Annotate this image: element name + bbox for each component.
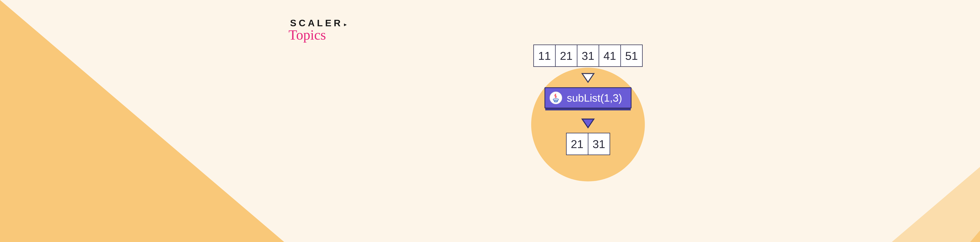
svg-point-3 [554, 101, 557, 102]
input-cell-2: 31 [577, 45, 599, 67]
java-icon [550, 92, 562, 104]
input-cell-0: 11 [533, 45, 556, 67]
svg-marker-0 [582, 73, 594, 82]
brand-line2: Topics [288, 27, 343, 43]
decor-triangle-left [0, 0, 284, 242]
svg-marker-4 [582, 119, 594, 128]
input-cell-3: 41 [598, 45, 621, 67]
input-array: 11 21 31 41 51 [533, 45, 643, 67]
brand-arrow-icon: ▸ [344, 21, 347, 28]
input-cell-4: 51 [620, 45, 643, 67]
arrow-down-filled-icon [581, 118, 595, 129]
output-array: 21 31 [566, 133, 610, 155]
arrow-down-outline-icon [581, 72, 595, 83]
output-cell-1: 31 [588, 133, 610, 155]
decor-triangle-right-dark [970, 0, 980, 242]
brand-logo: SCALER ▸ Topics [290, 18, 343, 43]
sublist-diagram: 11 21 31 41 51 subList(1,3) 21 31 [500, 33, 676, 209]
decor-triangle-right-light [892, 0, 980, 242]
input-cell-1: 21 [555, 45, 578, 67]
method-call-box: subList(1,3) [544, 87, 632, 108]
output-cell-0: 21 [566, 133, 589, 155]
method-call-text: subList(1,3) [567, 92, 622, 104]
